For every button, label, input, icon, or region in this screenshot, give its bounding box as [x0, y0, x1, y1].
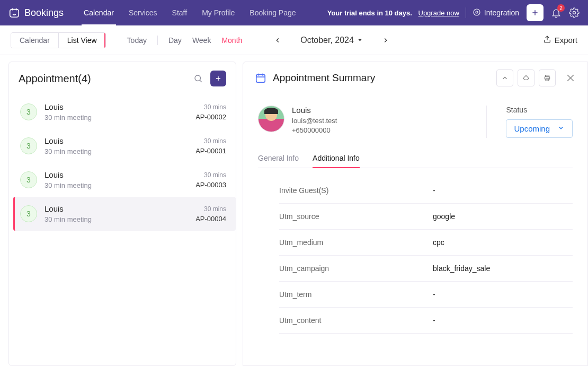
field-label: Utm_medium: [279, 238, 433, 247]
trial-banner: Your trial ends in 10 days. Upgrade now: [327, 9, 459, 17]
current-month-label: October, 2024: [300, 36, 354, 45]
additional-info-fields: Invite Guest(S)-Utm_sourcegoogleUtm_medi…: [258, 168, 573, 334]
today-button[interactable]: Today: [127, 36, 147, 45]
date-badge: 3: [20, 171, 37, 188]
view-calendar-option[interactable]: Calendar: [11, 33, 58, 48]
appointment-list[interactable]: 3Louis30 min meeting30 minsAP-000023Loui…: [9, 95, 236, 365]
add-appointment-button[interactable]: [210, 71, 226, 86]
summary-title: Appointment Summary: [273, 72, 375, 84]
summary-body: Louis louis@test.test +650000000 Status …: [243, 94, 587, 365]
month-button[interactable]: Month: [221, 36, 242, 45]
appointment-right: 30 minsAP-00004: [195, 205, 226, 223]
svg-point-5: [195, 75, 201, 81]
next-month-button[interactable]: [382, 37, 389, 44]
customer-email: louis@test.test: [292, 117, 337, 125]
nav-item-services[interactable]: Services: [121, 0, 165, 25]
notif-badge: 2: [557, 4, 565, 12]
appointment-row[interactable]: 3Louis30 min meeting30 minsAP-00003: [9, 163, 236, 197]
close-button[interactable]: [565, 73, 576, 83]
brand[interactable]: Bookings: [8, 7, 64, 19]
appointment-id: AP-00001: [195, 147, 226, 155]
appointment-left: 3Louis30 min meeting: [20, 170, 92, 189]
brand-icon: [8, 7, 20, 19]
appointment-left: 3Louis30 min meeting: [20, 136, 92, 155]
notifications-button[interactable]: 2: [551, 7, 562, 18]
appointment-name: Louis: [44, 102, 92, 111]
appointment-summary-panel: Appointment Summary Louis louis@test.tes…: [243, 62, 588, 366]
appointment-row[interactable]: 3Louis30 min meeting30 minsAP-00004: [13, 197, 236, 231]
tab-additional-info[interactable]: Additional Info: [313, 149, 360, 168]
field-row: Utm_term-: [279, 282, 573, 308]
week-button[interactable]: Week: [192, 36, 211, 45]
range-controls: Today Day Week Month: [127, 36, 243, 45]
svg-marker-4: [358, 39, 361, 41]
field-row: Utm_mediumcpc: [279, 230, 573, 256]
appointment-desc: 30 min meeting: [44, 181, 92, 189]
status-dropdown[interactable]: Upcoming: [506, 119, 573, 138]
field-label: Invite Guest(S): [279, 186, 433, 195]
appointment-desc: 30 min meeting: [44, 215, 92, 223]
appointment-row[interactable]: 3Louis30 min meeting30 minsAP-00001: [9, 129, 236, 163]
settings-button[interactable]: [569, 7, 580, 18]
appointment-duration: 30 mins: [195, 137, 226, 145]
day-button[interactable]: Day: [168, 36, 182, 45]
svg-point-1: [474, 9, 480, 15]
appointment-list-head: Appointment(4): [9, 62, 236, 95]
appointment-duration: 30 mins: [195, 171, 226, 179]
view-list-option[interactable]: List View: [58, 33, 105, 48]
field-row: Utm_content-: [279, 308, 573, 334]
appointment-list-title: Appointment(4): [19, 73, 91, 85]
field-value: -: [433, 290, 435, 299]
nav-item-bookingpage[interactable]: Booking Page: [242, 0, 303, 25]
search-icon[interactable]: [193, 74, 203, 83]
appointment-duration: 30 mins: [195, 205, 226, 213]
field-label: Utm_content: [279, 316, 433, 325]
view-toggle: Calendar List View: [11, 32, 106, 48]
summary-head: Appointment Summary: [243, 62, 587, 94]
nav-item-calendar[interactable]: Calendar: [76, 0, 121, 25]
tab-general-info[interactable]: General Info: [258, 149, 299, 168]
field-label: Utm_source: [279, 212, 433, 221]
svg-point-2: [476, 11, 478, 13]
date-badge: 3: [20, 205, 37, 222]
export-button[interactable]: Export: [543, 35, 577, 45]
date-badge: 3: [20, 137, 37, 154]
integration-icon: [473, 8, 481, 18]
customer-phone: +650000000: [292, 126, 337, 134]
global-add-button[interactable]: [527, 4, 544, 21]
chevron-down-icon: [557, 124, 565, 133]
trial-text: Your trial ends in 10 days.: [327, 9, 412, 17]
nav-item-myprofile[interactable]: My Profile: [194, 0, 242, 25]
integration-link[interactable]: Integration: [473, 8, 519, 18]
appointment-desc: 30 min meeting: [44, 114, 92, 121]
export-icon: [543, 35, 551, 45]
brand-label: Bookings: [24, 7, 64, 19]
share-button[interactable]: [518, 69, 534, 86]
month-picker[interactable]: October, 2024: [300, 36, 363, 45]
nav-item-staff[interactable]: Staff: [165, 0, 195, 25]
prev-month-button[interactable]: [274, 37, 281, 44]
svg-line-6: [200, 80, 201, 82]
appointment-name: Louis: [44, 136, 92, 145]
main: Appointment(4) 3Louis30 min meeting30 mi…: [0, 55, 588, 366]
print-button[interactable]: [539, 69, 556, 86]
status-value: Upcoming: [514, 124, 550, 133]
calendar-icon: [255, 72, 266, 84]
customer-info: Louis louis@test.test +650000000: [292, 106, 337, 136]
export-label: Export: [555, 36, 577, 45]
appointment-left: 3Louis30 min meeting: [20, 204, 92, 223]
appointment-right: 30 minsAP-00001: [195, 137, 226, 155]
field-row: Utm_campaignblack_friday_sale: [279, 256, 573, 282]
appointment-right: 30 minsAP-00002: [195, 103, 226, 121]
collapse-button[interactable]: [496, 69, 513, 86]
appointment-row[interactable]: 3Louis30 min meeting30 minsAP-00002: [9, 95, 236, 129]
appointment-right: 30 minsAP-00003: [195, 171, 226, 189]
upgrade-link[interactable]: Upgrade now: [418, 9, 459, 17]
top-nav: Bookings Calendar Services Staff My Prof…: [0, 0, 588, 25]
customer-avatar: [258, 106, 284, 132]
appointment-list-actions: [193, 71, 226, 86]
field-value: -: [433, 186, 435, 195]
customer-name: Louis: [292, 106, 337, 115]
field-value: google: [433, 212, 455, 221]
field-row: Invite Guest(S)-: [279, 178, 573, 204]
